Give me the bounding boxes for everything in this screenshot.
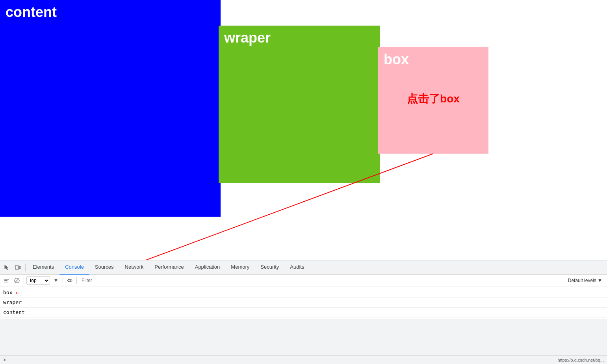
console-line-content: content: [0, 308, 607, 318]
box-element[interactable]: box 点击了box: [378, 47, 488, 154]
console-toolbar: top ▼ Default levels ▼: [0, 275, 607, 286]
svg-rect-2: [15, 266, 19, 269]
box-label: box: [378, 47, 488, 72]
devtools-panel: Elements Console Sources Network Perform…: [0, 260, 607, 364]
console-line-wraper: wraper: [0, 298, 607, 308]
content-box[interactable]: content: [0, 0, 221, 217]
svg-point-9: [69, 280, 71, 281]
tab-application[interactable]: Application: [189, 260, 226, 275]
default-levels-button[interactable]: Default levels ▼: [566, 277, 605, 284]
tab-memory[interactable]: Memory: [225, 260, 255, 275]
inspect-element-icon[interactable]: [2, 262, 13, 273]
tab-audits[interactable]: Audits: [284, 260, 310, 275]
tab-security[interactable]: Security: [255, 260, 284, 275]
toolbar-divider-1: [25, 264, 26, 271]
eye-icon[interactable]: [65, 276, 74, 285]
tab-elements[interactable]: Elements: [27, 260, 59, 275]
console-text-wraper: wraper: [3, 299, 22, 306]
tab-sources[interactable]: Sources: [89, 260, 119, 275]
context-selector[interactable]: top: [26, 276, 50, 285]
status-url: https://p.q.csdn.net/bq...: [558, 358, 604, 362]
console-text-content: content: [3, 308, 25, 316]
stop-icon[interactable]: [13, 276, 21, 285]
tab-performance[interactable]: Performance: [149, 260, 189, 275]
console-divider-3: [76, 277, 77, 284]
tab-console[interactable]: Console: [59, 260, 89, 275]
wraper-label: wraper: [219, 26, 380, 50]
console-output: box ← wraper content: [0, 286, 607, 319]
status-chevron[interactable]: >: [3, 357, 6, 363]
svg-rect-3: [19, 266, 21, 269]
box-click-text: 点击了box: [378, 91, 488, 106]
clear-console-icon[interactable]: [2, 276, 11, 285]
console-divider-1: [24, 277, 24, 284]
arrow-indicator: ←: [15, 289, 19, 297]
tab-network[interactable]: Network: [119, 260, 149, 275]
svg-rect-6: [4, 282, 8, 282]
console-text-box: box: [3, 289, 12, 297]
console-divider-4: [563, 277, 563, 284]
content-label: content: [0, 0, 221, 24]
svg-rect-5: [4, 280, 7, 281]
console-divider-2: [63, 277, 63, 284]
filter-input[interactable]: [79, 276, 561, 285]
devtools-tab-bar: Elements Console Sources Network Perform…: [0, 260, 607, 275]
status-bar: > https://p.q.csdn.net/bq...: [0, 355, 607, 364]
svg-rect-4: [4, 279, 9, 280]
wraper-box[interactable]: wraper: [219, 26, 380, 183]
svg-line-8: [15, 279, 19, 282]
device-toolbar-icon[interactable]: [13, 262, 24, 273]
browser-content: content wraper box 点击了box: [0, 0, 607, 260]
context-dropdown-icon[interactable]: ▼: [52, 276, 60, 285]
console-line-box: box ←: [0, 288, 607, 298]
